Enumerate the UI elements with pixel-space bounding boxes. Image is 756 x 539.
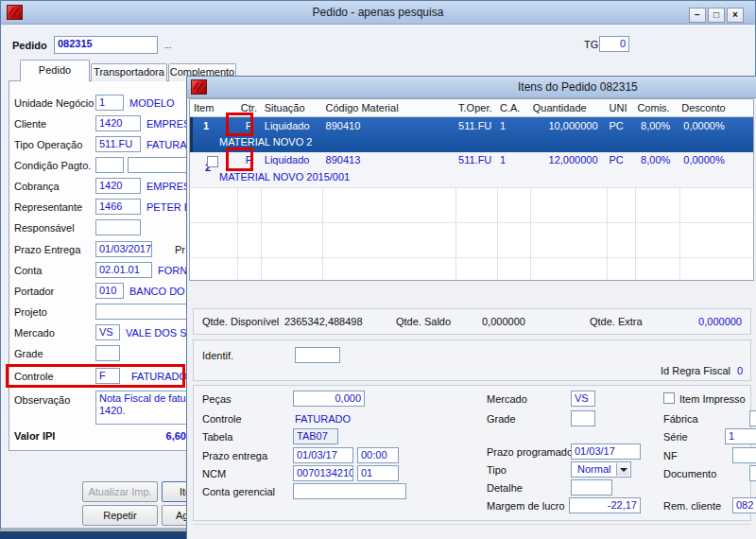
field-label-prazo-entrega: Prazo Entrega xyxy=(14,244,80,255)
row1-codigo: 890410 xyxy=(322,120,455,131)
ncm-suffix-input[interactable]: 01 xyxy=(357,465,399,481)
pedido-browse-button[interactable]: ... xyxy=(161,43,175,54)
cobranca-input[interactable]: 1420 xyxy=(95,178,141,194)
grade-detail-input[interactable] xyxy=(571,410,595,426)
row1-descricao: MATERIAL NOVO 2 xyxy=(219,136,312,148)
row1-ca: 1 xyxy=(496,120,529,131)
qtde-extra-label: Qtde. Extra xyxy=(590,316,643,327)
annotation-row1-ctr-highlight xyxy=(226,113,253,136)
conta-input[interactable]: 02.01.01 xyxy=(95,262,152,278)
pecas-label: Peças xyxy=(202,393,232,405)
tipo-select[interactable]: Normal xyxy=(571,461,631,478)
col-ca[interactable]: C.A. xyxy=(496,99,529,116)
item-detail-form: Peças 0,000 Controle FATURADO Tabela TAB… xyxy=(193,385,751,521)
minimize-button[interactable]: − xyxy=(689,8,706,23)
mercado-input[interactable]: VS xyxy=(95,324,120,340)
grade-detail-label: Grade xyxy=(487,413,516,425)
col-t-oper[interactable]: T.Oper. xyxy=(455,99,496,116)
valor-ipi-value: 6,60 xyxy=(114,430,186,442)
row2-checkbox[interactable] xyxy=(207,156,218,167)
ncm-label: NCM xyxy=(202,468,226,479)
table-row[interactable]: 1 F Liquidado 890410 511.FU 1 10,000000 … xyxy=(190,117,753,152)
controle-detail-value: FATURADO xyxy=(295,413,351,425)
itens-window-title: Itens do Pedido 082315 xyxy=(518,80,638,94)
valor-ipi-label: Valor IPI xyxy=(14,430,55,442)
table-header[interactable]: Item Ctr. Situação Código Material T.Ope… xyxy=(190,99,753,117)
serie-input[interactable]: 1 xyxy=(725,428,756,444)
col-situacao[interactable]: Situação xyxy=(261,99,322,116)
pedido-number-input[interactable]: 082315 xyxy=(54,36,158,54)
detalhe-label: Detalhe xyxy=(487,482,523,494)
qtde-extra-value: 0,000000 xyxy=(666,316,742,327)
tab-pedido[interactable]: Pedido xyxy=(20,60,90,81)
pecas-input[interactable]: 0,000 xyxy=(293,391,365,407)
projeto-input[interactable] xyxy=(95,304,194,320)
portador-input[interactable]: 010 xyxy=(95,283,124,299)
field-label-cliente: Cliente xyxy=(14,118,46,130)
detalhe-input[interactable] xyxy=(571,479,612,496)
field-label-tipo-operacao: Tipo Operação xyxy=(14,139,82,150)
repetir-button[interactable]: Repetir xyxy=(82,505,158,526)
condicao-pagto-input[interactable] xyxy=(95,157,124,173)
pedido-titlebar[interactable]: Pedido - apenas pesquisa − □ × xyxy=(1,1,755,25)
field-label-unidade-negocio: Unidade Negócio xyxy=(14,97,94,109)
conta-gerencial-input[interactable] xyxy=(293,483,406,499)
col-uni[interactable]: UNI xyxy=(606,99,634,116)
chevron-down-icon[interactable] xyxy=(616,463,629,476)
col-codigo-material[interactable]: Código Material xyxy=(322,99,455,116)
identif-label: Identif. xyxy=(202,350,233,361)
qtde-saldo-value: 0,000000 xyxy=(482,316,525,327)
nf-input[interactable] xyxy=(732,447,756,463)
field-label-grade: Grade xyxy=(14,348,43,359)
col-quantidade[interactable]: Quantidade xyxy=(529,99,606,116)
prazo-entrega-input[interactable]: 01/03/2017 xyxy=(95,241,152,257)
field-label-representante: Representante xyxy=(14,201,82,213)
tg-input[interactable]: 0 xyxy=(599,36,629,52)
representante-input[interactable]: 1466 xyxy=(95,199,141,215)
qtde-disponivel-value: 2365342,488498 xyxy=(284,316,363,327)
id-regra-fiscal-label: Id Regra Fiscal xyxy=(661,365,730,376)
observacao-textarea[interactable]: Nota Fiscal de fatura 1420. xyxy=(95,391,194,425)
tabela-input[interactable]: TAB07 xyxy=(293,428,338,444)
prazo-entrega-time-input[interactable]: 00:00 xyxy=(357,447,399,463)
unidade-negocio-input[interactable]: 1 xyxy=(95,95,124,111)
row-selection-marker xyxy=(190,117,193,152)
close-button[interactable]: × xyxy=(727,8,744,23)
cliente-input[interactable]: 1420 xyxy=(95,115,141,131)
qtde-disponivel-label: Qtde. Disponível xyxy=(202,316,279,327)
itens-table[interactable]: Item Ctr. Situação Código Material T.Ope… xyxy=(189,98,754,281)
observacao-line1: Nota Fiscal de fatura xyxy=(99,392,190,405)
col-comis[interactable]: Comis. xyxy=(633,99,678,116)
itens-titlebar[interactable]: Itens do Pedido 082315 xyxy=(187,77,756,98)
grade-input[interactable] xyxy=(95,345,120,361)
responsavel-input[interactable] xyxy=(95,219,141,235)
serie-label: Série xyxy=(663,431,688,443)
id-regra-fiscal-value: 0 xyxy=(737,365,743,376)
table-row[interactable]: F Liquidado 890413 511.FU 1 12,000000 PC… xyxy=(190,152,753,187)
tipo-operacao-input[interactable]: 511.FU xyxy=(95,136,141,152)
rem-cliente-label: Rem. cliente xyxy=(663,500,721,512)
mercado-detail-input[interactable]: VS xyxy=(571,391,595,407)
row2-ca: 1 xyxy=(496,154,529,165)
prazo-entrega-date-input[interactable]: 01/03/17 xyxy=(293,447,353,463)
prazo-programado-input[interactable]: 01/03/17 xyxy=(571,443,641,460)
row2-toper: 511.FU xyxy=(455,154,496,165)
condicao-pagto-desc-input[interactable] xyxy=(128,157,194,173)
identif-input[interactable] xyxy=(295,347,340,363)
tab-transportadora[interactable]: Transportadora xyxy=(91,63,167,81)
ncm-input[interactable]: 0070134210 xyxy=(293,465,353,481)
row2-descricao: MATERIAL NOVO 2015/001 xyxy=(219,171,350,183)
rem-cliente-input[interactable]: 082 xyxy=(732,497,756,513)
identif-box: Identif. Id Regra Fiscal 0 xyxy=(193,339,751,381)
maximize-button[interactable]: □ xyxy=(708,8,725,23)
item-impresso-checkbox[interactable] xyxy=(663,392,675,404)
tipo-selected-value: Normal xyxy=(577,463,610,475)
fabrica-input[interactable] xyxy=(749,410,756,426)
observacao-line2: 1420. xyxy=(99,405,190,417)
documento-label: Documento xyxy=(663,468,716,479)
margem-lucro-input[interactable]: -22,17 xyxy=(569,497,641,513)
col-desconto[interactable]: Desconto xyxy=(678,99,753,116)
atualizar-imp-button[interactable]: Atualizar Imp. xyxy=(82,481,158,502)
documento-input[interactable] xyxy=(749,465,756,481)
app-icon xyxy=(191,79,207,95)
